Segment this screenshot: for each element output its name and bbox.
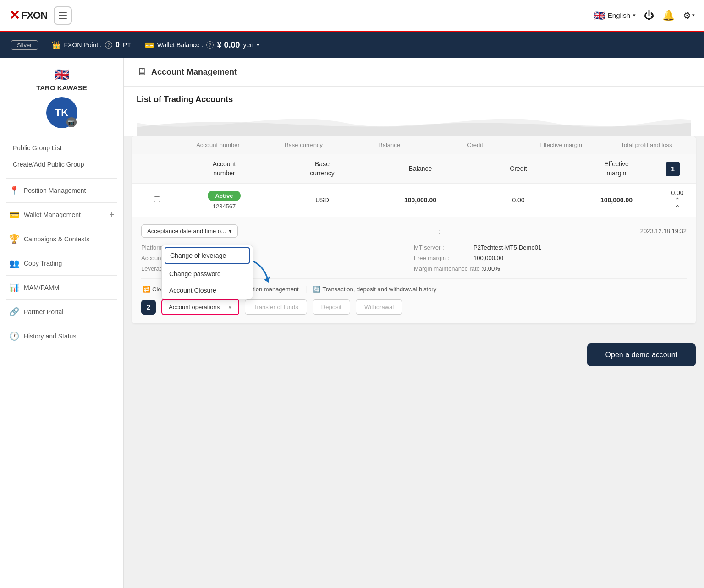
sidebar-link-public-group-list[interactable]: Public Group List	[0, 140, 123, 156]
date-row: Acceptance date and time o... ▾ : 2023.1…	[141, 224, 687, 238]
hamburger-button[interactable]	[54, 6, 72, 25]
date-dropdown-label: Acceptance date and time o...	[147, 228, 226, 234]
sidebar-divider	[6, 348, 117, 348]
trophy-icon: 🏆	[9, 234, 19, 244]
sidebar-divider	[6, 275, 117, 276]
page-title: Account Management	[151, 67, 237, 77]
users-icon: 👥	[9, 258, 19, 268]
account-checkbox[interactable]	[154, 196, 160, 202]
sidebar-item-label: Copy Trading	[24, 260, 62, 267]
profile-name: TARO KAWASE	[36, 84, 87, 92]
sidebar-link-create-public-group[interactable]: Create/Add Public Group	[0, 156, 123, 173]
link-icon: 🔗	[9, 307, 19, 317]
top-nav: ✕ FXON 🇬🇧 English ▾ ⏻ 🔔 ⚙ ▾	[0, 0, 704, 32]
expand-button[interactable]: ⌃ ⌃	[666, 196, 689, 211]
crown-icon: 👑	[52, 41, 61, 49]
dropdown-item-account-closure[interactable]: Account Closure	[162, 282, 253, 299]
chart-icon: 📊	[9, 283, 19, 293]
power-icon[interactable]: ⏻	[644, 10, 654, 22]
account-ops-label: Account operations	[169, 304, 220, 310]
dropdown-item-change-leverage[interactable]: Change of leverage	[165, 247, 250, 264]
monitor-icon: 🖥	[137, 66, 147, 78]
plus-icon[interactable]: +	[109, 210, 114, 220]
expanded-section: Acceptance date and time o... ▾ : 2023.1…	[132, 217, 696, 323]
language-selector[interactable]: 🇬🇧 English ▾	[594, 10, 636, 21]
inner-th-balance: Balance	[371, 164, 469, 174]
fxon-point-item: 👑 FXON Point : ? 0 PT	[52, 41, 131, 49]
account-operations-dropdown: Change of leverage Change password Accou…	[161, 299, 239, 315]
mt-server-label: MT server :	[414, 244, 473, 251]
th-checkbox	[138, 141, 175, 149]
margin-rate-label: Margin maintenance rate :	[414, 265, 483, 272]
sidebar-item-wallet-management[interactable]: 💳 Wallet Management +	[0, 204, 123, 226]
info-row-margin-rate: Margin maintenance rate : 0.00%	[414, 265, 687, 272]
sidebar-item-copy-trading[interactable]: 👥 Copy Trading	[0, 252, 123, 274]
fxon-points-value: 0	[116, 41, 120, 49]
chevron-up-icon: ∧	[228, 304, 232, 310]
chevron-down-icon: ▾	[633, 12, 636, 18]
sidebar-item-label: MAM/PAMM	[24, 284, 60, 291]
table-header-outer: Account number Base currency Balance Cre…	[132, 136, 696, 154]
sidebar-profile: 🇬🇧 TARO KAWASE TK 📷	[0, 58, 123, 135]
mt-server-value: P2Techtest-MT5-Demo01	[473, 244, 541, 251]
wallet-icon: 💳	[145, 41, 154, 49]
clock-icon: 🕐	[9, 331, 19, 341]
account-checkbox-cell[interactable]	[138, 196, 175, 204]
sidebar-item-partner-portal[interactable]: 🔗 Partner Portal	[0, 301, 123, 323]
th-total-pl: Total profit and loss	[604, 141, 689, 149]
bottom-action-row: 2 Change of leverage Change password Acc…	[141, 299, 687, 315]
bell-icon[interactable]: 🔔	[662, 10, 675, 22]
separator: |	[305, 285, 307, 293]
transaction-history-link[interactable]: 🔄 Transaction, deposit and withdrawal hi…	[311, 286, 438, 293]
sidebar-item-mam-pamm[interactable]: 📊 MAM/PAMM	[0, 277, 123, 299]
sidebar-divider	[6, 299, 117, 300]
location-pin-icon: 📍	[9, 185, 19, 196]
account-number: 1234567	[175, 203, 273, 210]
settings-button[interactable]: ⚙ ▾	[683, 10, 695, 21]
th-account-number: Account number	[175, 141, 261, 149]
free-margin-label: Free margin :	[414, 255, 473, 261]
account-operations-button[interactable]: Account operations ∧	[161, 299, 239, 315]
header-bar: Silver 👑 FXON Point : ? 0 PT 💳 Wallet Ba…	[0, 32, 704, 58]
table-area: Account number Base currency Balance Cre…	[124, 136, 704, 334]
account-status-cell: Active 1234567	[175, 191, 273, 210]
sidebar-item-campaigns[interactable]: 🏆 Campaigns & Contests	[0, 228, 123, 250]
withdrawal-button[interactable]: Withdrawal	[356, 299, 402, 315]
account-currency-cell: USD	[273, 196, 371, 204]
date-value: 2023.12.18 19:32	[640, 228, 687, 234]
inner-th-account-number: Accountnumber	[175, 160, 273, 178]
sidebar-divider	[6, 202, 117, 203]
sidebar-item-position-management[interactable]: 📍 Position Management	[0, 180, 123, 201]
inner-th-number-badge: 1	[666, 162, 689, 176]
step-badge-2: 2	[141, 300, 156, 315]
open-demo-button[interactable]: Open a demo account	[587, 343, 696, 366]
step-badge-1: 1	[666, 162, 680, 176]
transaction-icon: 🔄	[313, 286, 320, 293]
chevron-down-icon[interactable]: ▾	[257, 42, 259, 48]
transfer-funds-button[interactable]: Transfer of funds	[245, 299, 307, 315]
logo[interactable]: ✕ FXON	[9, 8, 47, 23]
wallet-item: 💳 Wallet Balance : ? ¥ 0.00 yen ▾	[145, 40, 259, 50]
info-row-free-margin: Free margin : 100,000.00	[414, 255, 687, 261]
open-demo-area: Open a demo account	[124, 334, 704, 377]
silver-badge: Silver	[11, 40, 38, 50]
logo-x-icon: ✕	[9, 8, 19, 23]
date-dropdown[interactable]: Acceptance date and time o... ▾	[141, 224, 238, 238]
fxon-point-help-icon[interactable]: ?	[105, 41, 112, 49]
wave-decoration	[137, 109, 691, 136]
dropdown-item-change-password[interactable]: Change password	[162, 266, 253, 282]
pt-label: PT	[123, 41, 131, 49]
logo-text: FXON	[21, 10, 47, 22]
sidebar-divider	[6, 178, 117, 179]
nav-right: 🇬🇧 English ▾ ⏻ 🔔 ⚙ ▾	[594, 10, 695, 22]
camera-icon[interactable]: 📷	[66, 117, 77, 127]
wallet-currency-label: yen	[243, 41, 253, 49]
wallet-help-icon[interactable]: ?	[206, 41, 214, 49]
sidebar-item-label: Wallet Management	[24, 211, 81, 218]
sidebar-item-label: Partner Portal	[24, 308, 63, 316]
sidebar-item-label: History and Status	[24, 332, 76, 340]
table-header-inner: Accountnumber Basecurrency Balance Credi…	[132, 154, 696, 184]
avatar-wrap: TK 📷	[46, 97, 77, 128]
deposit-button[interactable]: Deposit	[313, 299, 350, 315]
sidebar-item-history-and-status[interactable]: 🕐 History and Status	[0, 325, 123, 347]
